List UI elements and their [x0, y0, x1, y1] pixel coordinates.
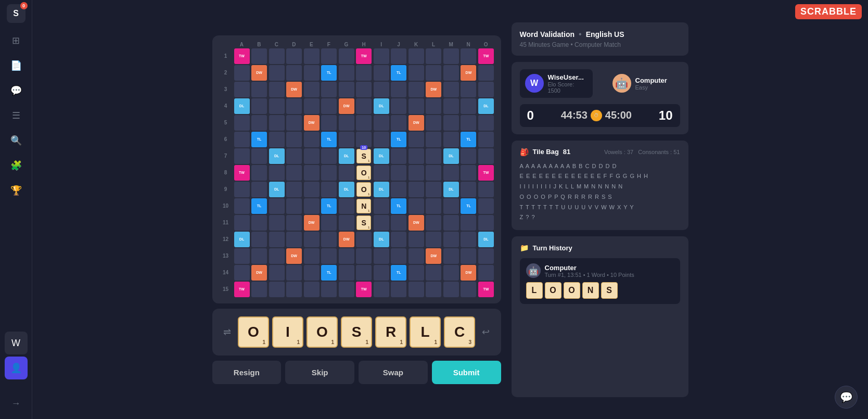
cell-r9-c13[interactable]: DL	[443, 182, 459, 197]
shuffle-button[interactable]: ⇌	[223, 323, 232, 341]
cell-r13-c7[interactable]	[339, 248, 354, 264]
cell-r13-c6[interactable]	[321, 248, 337, 264]
cell-r5-c6[interactable]	[321, 115, 337, 131]
cell-r12-c10[interactable]	[391, 232, 406, 247]
cell-r4-c7[interactable]: DW	[339, 98, 354, 114]
cell-r14-c5[interactable]	[304, 265, 320, 281]
cell-r1-c8[interactable]: TW	[356, 48, 372, 64]
cell-r11-c14[interactable]	[461, 215, 476, 231]
cell-r3-c12[interactable]: DW	[426, 82, 441, 97]
cell-r1-c4[interactable]	[286, 48, 302, 64]
sidebar-item-puzzle[interactable]: 🧩	[5, 154, 28, 177]
cell-r3-c10[interactable]	[391, 82, 406, 97]
sidebar-item-exit[interactable]: →	[5, 392, 28, 415]
cell-r11-c15[interactable]	[478, 215, 494, 231]
cell-r15-c2[interactable]	[251, 282, 267, 297]
cell-r5-c2[interactable]	[251, 115, 267, 131]
rack-tile-2[interactable]: O1	[307, 316, 338, 348]
cell-r4-c4[interactable]	[286, 98, 302, 114]
cell-r10-c14[interactable]: TL	[461, 198, 476, 214]
cell-r7-c12[interactable]	[426, 148, 441, 164]
cell-r11-c2[interactable]	[251, 215, 267, 231]
cell-r11-c3[interactable]	[269, 215, 285, 231]
cell-r14-c13[interactable]	[443, 265, 459, 281]
cell-r7-c5[interactable]	[304, 148, 320, 164]
cell-r2-c3[interactable]	[269, 65, 285, 81]
cell-r11-c10[interactable]	[391, 215, 406, 231]
cell-r14-c4[interactable]	[286, 265, 302, 281]
cell-r13-c4[interactable]: DW	[286, 248, 302, 264]
rack-tile-0[interactable]: O1	[238, 316, 269, 348]
cell-r10-c13[interactable]	[443, 198, 459, 214]
resign-button[interactable]: Resign	[212, 361, 282, 384]
cell-r2-c7[interactable]	[339, 65, 354, 81]
sidebar-item-grid[interactable]: ⊞	[5, 29, 28, 52]
cell-r5-c12[interactable]	[426, 115, 441, 131]
cell-r5-c14[interactable]	[461, 115, 476, 131]
cell-r10-c8[interactable]: N1	[356, 198, 372, 214]
cell-r10-c10[interactable]: TL	[391, 198, 406, 214]
cell-r3-c2[interactable]	[251, 82, 267, 97]
cell-r4-c9[interactable]: DL	[374, 98, 389, 114]
cell-r2-c4[interactable]	[286, 65, 302, 81]
cell-r7-c9[interactable]: DL	[374, 148, 389, 164]
rack-tile-4[interactable]: R1	[375, 316, 406, 348]
cell-r3-c5[interactable]	[304, 82, 320, 97]
cell-r9-c7[interactable]: DL	[339, 182, 354, 197]
cell-r7-c1[interactable]	[234, 148, 250, 164]
cell-r9-c15[interactable]	[478, 182, 494, 197]
cell-r10-c12[interactable]	[426, 198, 441, 214]
cell-r12-c4[interactable]	[286, 232, 302, 247]
cell-r9-c4[interactable]	[286, 182, 302, 197]
cell-r9-c12[interactable]	[426, 182, 441, 197]
cell-r11-c9[interactable]	[374, 215, 389, 231]
cell-r4-c14[interactable]	[461, 98, 476, 114]
app-logo[interactable]: S 0	[7, 4, 25, 23]
cell-r6-c15[interactable]	[478, 132, 494, 147]
cell-r6-c6[interactable]: TL	[321, 132, 337, 147]
cell-r8-c4[interactable]	[286, 165, 302, 181]
cell-r12-c11[interactable]	[409, 232, 424, 247]
cell-r6-c10[interactable]: TL	[391, 132, 406, 147]
cell-r4-c1[interactable]: DL	[234, 98, 250, 114]
cell-r11-c11[interactable]: DW	[409, 215, 424, 231]
cell-r8-c14[interactable]	[461, 165, 476, 181]
rack-tile-3[interactable]: S1	[341, 316, 372, 348]
cell-r6-c5[interactable]	[304, 132, 320, 147]
cell-r7-c2[interactable]	[251, 148, 267, 164]
cell-r3-c14[interactable]	[461, 82, 476, 97]
cell-r11-c6[interactable]	[321, 215, 337, 231]
cell-r6-c1[interactable]	[234, 132, 250, 147]
cell-r2-c9[interactable]	[374, 65, 389, 81]
cell-r3-c13[interactable]	[443, 82, 459, 97]
cell-r12-c9[interactable]: DL	[374, 232, 389, 247]
cell-r11-c13[interactable]	[443, 215, 459, 231]
sidebar-item-search[interactable]: 🔍	[5, 129, 28, 152]
skip-button[interactable]: Skip	[285, 361, 354, 384]
swap-button[interactable]: Swap	[359, 361, 428, 384]
cell-r6-c3[interactable]	[269, 132, 285, 147]
cell-r14-c6[interactable]: TL	[321, 265, 337, 281]
cell-r15-c4[interactable]	[286, 282, 302, 297]
cell-r14-c8[interactable]	[356, 265, 372, 281]
cell-r15-c6[interactable]	[321, 282, 337, 297]
cell-r4-c15[interactable]: DL	[478, 98, 494, 114]
cell-r8-c15[interactable]: TW	[478, 165, 494, 181]
cell-r8-c11[interactable]	[409, 165, 424, 181]
cell-r8-c7[interactable]	[339, 165, 354, 181]
cell-r14-c3[interactable]	[269, 265, 285, 281]
cell-r12-c12[interactable]	[426, 232, 441, 247]
cell-r12-c8[interactable]	[356, 232, 372, 247]
cell-r2-c2[interactable]: DW	[251, 65, 267, 81]
cell-r6-c9[interactable]	[374, 132, 389, 147]
cell-r13-c9[interactable]	[374, 248, 389, 264]
cell-r7-c11[interactable]	[409, 148, 424, 164]
cell-r13-c5[interactable]	[304, 248, 320, 264]
cell-r2-c5[interactable]	[304, 65, 320, 81]
cell-r8-c13[interactable]	[443, 165, 459, 181]
cell-r5-c7[interactable]	[339, 115, 354, 131]
sidebar-item-user[interactable]: 👤	[5, 357, 28, 379]
cell-r3-c3[interactable]	[269, 82, 285, 97]
cell-r1-c10[interactable]	[391, 48, 406, 64]
cell-r14-c12[interactable]	[426, 265, 441, 281]
